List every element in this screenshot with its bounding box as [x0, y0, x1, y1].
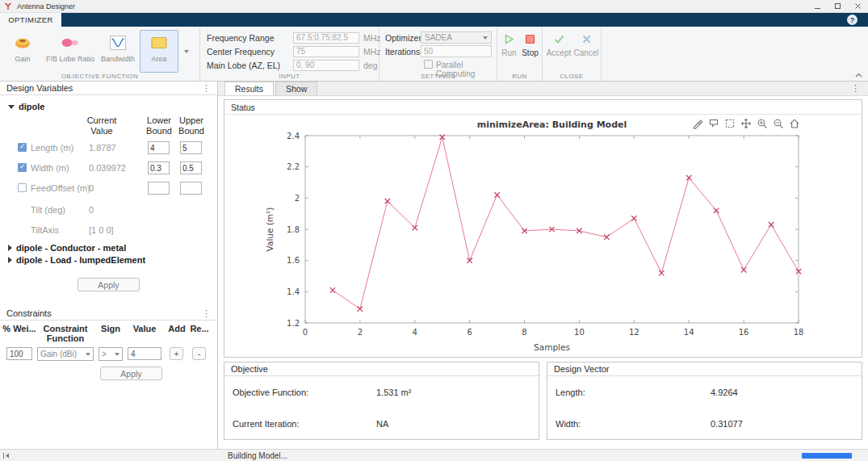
section-label-run: RUN [497, 73, 542, 80]
optimizer-dropdown[interactable]: SADEA [421, 31, 492, 44]
tree-node-conductor[interactable]: dipole - Conductor - metal [8, 243, 126, 253]
run-label: Run [501, 48, 516, 57]
panel-collapse-icon[interactable] [2, 452, 10, 459]
column-header-add: Add [166, 324, 188, 333]
tree-node-label: dipole - Conductor - metal [16, 243, 126, 253]
add-constraint-button[interactable]: + [170, 347, 183, 360]
gain-icon [13, 33, 32, 52]
constraints-menu-icon[interactable]: ⋮ [202, 308, 211, 319]
results-tab-row: Results Show ⋮ [218, 82, 868, 96]
svg-text:1.8: 1.8 [287, 225, 300, 234]
feedoffset-lower-bound-input[interactable] [148, 182, 170, 195]
iterations-input[interactable] [421, 45, 492, 57]
width-checkbox[interactable] [18, 163, 27, 172]
bandwidth-button[interactable]: Bandwidth [99, 30, 137, 73]
constraint-function-dropdown[interactable]: Gain (dBi) [37, 347, 94, 361]
home-icon[interactable] [788, 117, 800, 129]
section-label-close: CLOSE [543, 73, 601, 80]
tab-optimizer[interactable]: OPTIMIZER [0, 13, 61, 27]
run-button[interactable]: Run [499, 33, 519, 57]
tab-show[interactable]: Show [275, 82, 317, 95]
collapse-ribbon-button[interactable] [854, 71, 863, 78]
status-panel: Status 0246810121416181.21.41.61.822.22.… [224, 99, 862, 358]
chevron-down-icon [184, 50, 189, 53]
main-lobe-input[interactable] [293, 60, 359, 71]
stop-button[interactable]: Stop [520, 33, 540, 57]
tree-node-load[interactable]: dipole - Load - lumpedElement [8, 255, 145, 265]
tree-expanded-icon [8, 105, 15, 109]
length-label: Length: [556, 388, 585, 397]
length-lower-bound-input[interactable] [148, 141, 170, 154]
length-upper-bound-input[interactable] [180, 141, 202, 154]
svg-text:18: 18 [794, 328, 804, 337]
axes-toolbar [691, 117, 800, 129]
tree-node-dipole[interactable]: dipole [8, 102, 44, 111]
tree-node-label: dipole [19, 102, 44, 111]
design-variables-apply-button[interactable]: Apply [78, 278, 140, 291]
feedoffset-upper-bound-input[interactable] [180, 182, 202, 195]
area-label: Area [151, 55, 166, 63]
sign-dropdown[interactable]: > [99, 347, 123, 361]
pan-icon[interactable] [740, 117, 752, 129]
weight-input[interactable] [6, 347, 32, 360]
center-frequency-input[interactable] [293, 46, 359, 57]
cancel-label: Cancel [573, 48, 598, 57]
objective-gallery-dropdown-button[interactable] [181, 30, 191, 73]
column-header-weight: % Wei... [2, 324, 37, 333]
run-icon [503, 33, 515, 45]
bandwidth-label: Bandwidth [101, 55, 135, 63]
static-row-tiltaxis: TiltAxis [1 0 0] [0, 224, 217, 237]
current-value: 0 [89, 183, 94, 193]
section-label-input: INPUT [200, 73, 379, 80]
zoom-in-icon[interactable] [756, 117, 768, 129]
svg-text:0: 0 [303, 328, 308, 337]
frequency-range-label: Frequency Range [207, 33, 293, 43]
optimization-progress-chart[interactable]: 0246810121416181.21.41.61.822.22.4minimi… [224, 115, 862, 357]
settings-section: Optimizer SADEA Iterations Parallel Comp… [379, 27, 497, 81]
svg-text:12: 12 [629, 328, 639, 337]
parallel-computing-checkbox[interactable] [424, 60, 433, 69]
svg-text:Samples: Samples [534, 342, 570, 352]
results-panel-menu-icon[interactable]: ⋮ [851, 83, 860, 94]
constraints-apply-button[interactable]: Apply [100, 367, 162, 380]
tree-node-label: dipole - Load - lumpedElement [16, 255, 145, 265]
maximize-button[interactable] [828, 0, 848, 12]
constraints-header: Constraints ⋮ [0, 307, 217, 321]
area-button[interactable]: Area [140, 30, 178, 73]
variable-row-width: Width (m) 0.039972 [0, 161, 217, 175]
design-variables-menu-icon[interactable]: ⋮ [202, 83, 211, 94]
minimize-button[interactable] [807, 0, 828, 12]
zoom-out-icon[interactable] [772, 117, 784, 129]
column-header-lower-bound: Lower Bound [141, 115, 177, 136]
optimizer-label: Optimizer [385, 33, 421, 43]
constraint-value-input[interactable] [128, 347, 161, 360]
remove-constraint-button[interactable]: - [192, 347, 206, 360]
fb-lobe-ratio-button[interactable]: F/B Lobe Ratio [44, 30, 96, 73]
width-lower-bound-input[interactable] [148, 161, 170, 174]
center-frequency-unit: MHz [363, 47, 381, 57]
area-icon [149, 33, 169, 52]
help-button[interactable]: ? [847, 15, 858, 25]
brush-icon[interactable] [691, 117, 703, 129]
variable-row-length: Length (m) 1.8787 [0, 141, 217, 155]
datatips-icon[interactable] [707, 117, 719, 129]
cancel-button[interactable]: Cancel [573, 33, 599, 57]
width-upper-bound-input[interactable] [180, 161, 202, 174]
tab-results[interactable]: Results [224, 82, 274, 95]
restore-view-icon[interactable] [723, 117, 736, 129]
svg-text:8: 8 [522, 328, 526, 337]
svg-text:minimizeArea: Building Model: minimizeArea: Building Model [477, 119, 627, 130]
close-button[interactable] [848, 0, 868, 12]
length-checkbox[interactable] [18, 143, 27, 152]
iterations-label: Iterations [385, 47, 420, 57]
objective-function-label: Objective Function: [233, 388, 308, 397]
frequency-range-input[interactable] [293, 32, 359, 44]
section-label-settings: SETTINGS [379, 73, 497, 80]
accept-button[interactable]: Accept [546, 33, 572, 57]
gain-button[interactable]: Gain [3, 30, 42, 73]
column-header-upper-bound: Upper Bound [174, 115, 209, 136]
feedoffset-checkbox[interactable] [18, 183, 27, 192]
svg-text:16: 16 [739, 328, 749, 337]
toolstrip-tab-bar: OPTIMIZER ? [0, 13, 868, 27]
bandwidth-icon [108, 33, 128, 52]
